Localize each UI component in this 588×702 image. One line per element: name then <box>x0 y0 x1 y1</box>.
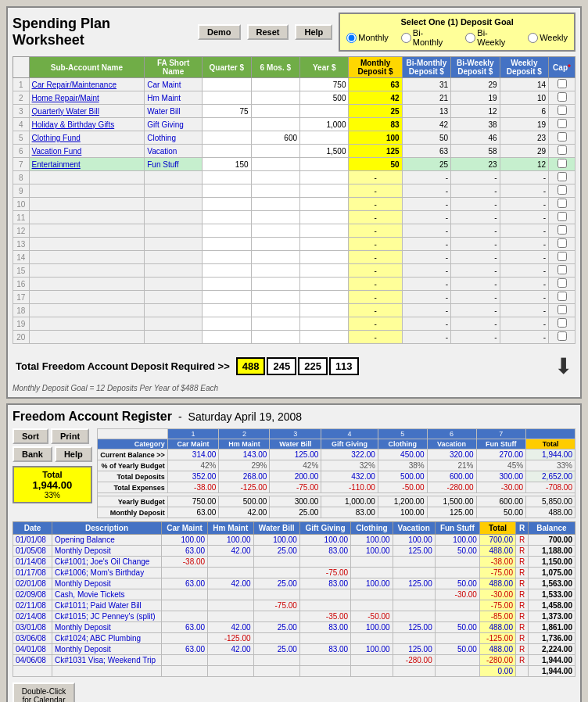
ws-row-q-8[interactable] <box>203 171 251 184</box>
ws-row-cap-16[interactable] <box>549 278 575 291</box>
ws-row-y-6[interactable]: 1,500 <box>300 145 349 158</box>
ws-row-s-10[interactable] <box>251 198 299 211</box>
ws-row-y-15[interactable] <box>300 264 349 278</box>
ws-row-name-9[interactable] <box>29 184 145 198</box>
ws-row-s-14[interactable] <box>251 251 299 264</box>
ws-row-y-7[interactable] <box>300 158 349 171</box>
ws-row-q-4[interactable] <box>203 118 251 131</box>
ws-row-name-20[interactable] <box>29 331 145 344</box>
ws-row-q-11[interactable] <box>203 211 251 224</box>
ws-row-s-2[interactable] <box>251 91 299 105</box>
calendar-button[interactable]: Double-Clickfor Calendar <box>13 682 75 702</box>
ws-row-y-4[interactable]: 1,000 <box>300 118 349 131</box>
ws-row-s-19[interactable] <box>251 317 299 331</box>
ws-row-name-2[interactable]: Home Repair/Maint <box>29 91 145 105</box>
ws-row-y-1[interactable]: 750 <box>300 78 349 91</box>
ws-row-cap-13[interactable] <box>549 238 575 251</box>
ws-row-cap-6[interactable] <box>549 145 575 158</box>
ws-row-name-1[interactable]: Car Repair/Maintenance <box>29 78 145 91</box>
bank-button[interactable]: Bank <box>13 446 52 462</box>
ws-row-q-16[interactable] <box>203 278 251 291</box>
ws-row-q-17[interactable] <box>203 291 251 304</box>
ws-row-cap-5[interactable] <box>549 131 575 145</box>
ws-row-y-10[interactable] <box>300 198 349 211</box>
ws-row-q-18[interactable] <box>203 304 251 317</box>
ws-row-name-19[interactable] <box>29 317 145 331</box>
ws-row-name-4[interactable]: Holiday & Birthday Gifts <box>29 118 145 131</box>
ws-row-s-20[interactable] <box>251 331 299 344</box>
ws-row-q-7[interactable]: 150 <box>203 158 251 171</box>
ws-row-cap-11[interactable] <box>549 211 575 224</box>
radio-monthly[interactable]: Monthly <box>346 28 389 47</box>
ws-row-name-10[interactable] <box>29 198 145 211</box>
ws-row-q-2[interactable] <box>203 91 251 105</box>
ws-row-cap-19[interactable] <box>549 317 575 331</box>
ws-row-q-3[interactable]: 75 <box>203 105 251 118</box>
radio-weekly[interactable]: Weekly <box>528 28 568 47</box>
ws-row-s-9[interactable] <box>251 184 299 198</box>
ws-row-cap-1[interactable] <box>549 78 575 91</box>
ws-row-cap-10[interactable] <box>549 198 575 211</box>
ws-row-cap-7[interactable] <box>549 158 575 171</box>
ws-row-cap-17[interactable] <box>549 291 575 304</box>
ws-row-cap-14[interactable] <box>549 251 575 264</box>
ws-row-s-16[interactable] <box>251 278 299 291</box>
ws-row-y-13[interactable] <box>300 238 349 251</box>
ws-row-cap-12[interactable] <box>549 224 575 238</box>
ws-row-cap-4[interactable] <box>549 118 575 131</box>
ws-row-y-9[interactable] <box>300 184 349 198</box>
ws-row-cap-2[interactable] <box>549 91 575 105</box>
radio-biweekly[interactable]: Bi-Weekly <box>465 28 515 47</box>
ws-row-y-2[interactable]: 500 <box>300 91 349 105</box>
help-button[interactable]: Help <box>295 24 332 40</box>
ws-row-s-1[interactable] <box>251 78 299 91</box>
ws-row-y-11[interactable] <box>300 211 349 224</box>
ws-row-s-17[interactable] <box>251 291 299 304</box>
ws-row-s-7[interactable] <box>251 158 299 171</box>
ws-row-cap-15[interactable] <box>549 264 575 278</box>
ws-row-s-5[interactable]: 600 <box>251 131 299 145</box>
ws-row-q-6[interactable] <box>203 145 251 158</box>
ws-row-s-8[interactable] <box>251 171 299 184</box>
ws-row-q-1[interactable] <box>203 78 251 91</box>
ws-row-name-11[interactable] <box>29 211 145 224</box>
ws-row-q-20[interactable] <box>203 331 251 344</box>
ws-row-cap-18[interactable] <box>549 304 575 317</box>
ws-row-q-14[interactable] <box>203 251 251 264</box>
demo-button[interactable]: Demo <box>198 24 241 40</box>
ws-row-y-19[interactable] <box>300 317 349 331</box>
ws-row-name-3[interactable]: Quarterly Water Bill <box>29 105 145 118</box>
ws-row-name-16[interactable] <box>29 278 145 291</box>
ws-row-s-11[interactable] <box>251 211 299 224</box>
ws-row-name-14[interactable] <box>29 251 145 264</box>
ws-row-name-7[interactable]: Entertainment <box>29 158 145 171</box>
ws-row-cap-8[interactable] <box>549 171 575 184</box>
ws-row-q-12[interactable] <box>203 224 251 238</box>
ws-row-s-3[interactable] <box>251 105 299 118</box>
ws-row-s-4[interactable] <box>251 118 299 131</box>
ws-row-s-12[interactable] <box>251 224 299 238</box>
print-button[interactable]: Print <box>51 428 89 444</box>
ws-row-name-17[interactable] <box>29 291 145 304</box>
ws-row-q-19[interactable] <box>203 317 251 331</box>
ws-row-cap-20[interactable] <box>549 331 575 344</box>
ws-row-name-5[interactable]: Clothing Fund <box>29 131 145 145</box>
ws-row-cap-3[interactable] <box>549 105 575 118</box>
ws-row-y-20[interactable] <box>300 331 349 344</box>
ws-row-y-16[interactable] <box>300 278 349 291</box>
ws-row-name-13[interactable] <box>29 238 145 251</box>
ws-row-s-18[interactable] <box>251 304 299 317</box>
ws-row-y-5[interactable] <box>300 131 349 145</box>
ws-row-q-10[interactable] <box>203 198 251 211</box>
ws-row-y-14[interactable] <box>300 251 349 264</box>
ws-row-q-9[interactable] <box>203 184 251 198</box>
ws-row-y-17[interactable] <box>300 291 349 304</box>
ws-row-name-18[interactable] <box>29 304 145 317</box>
ws-row-y-18[interactable] <box>300 304 349 317</box>
reset-button[interactable]: Reset <box>247 24 289 40</box>
ws-row-name-6[interactable]: Vacation Fund <box>29 145 145 158</box>
sort-button[interactable]: Sort <box>13 428 48 444</box>
ws-row-name-8[interactable] <box>29 171 145 184</box>
ws-row-q-13[interactable] <box>203 238 251 251</box>
ws-row-name-12[interactable] <box>29 224 145 238</box>
